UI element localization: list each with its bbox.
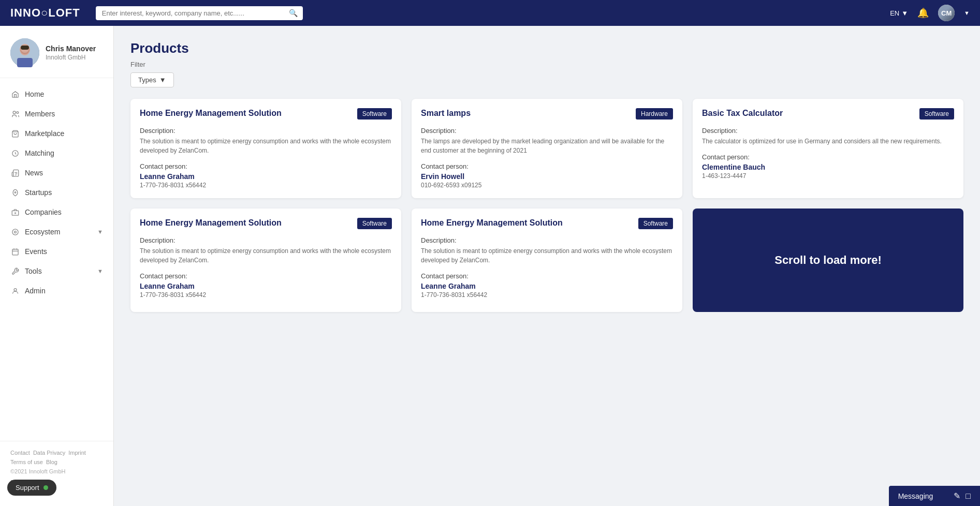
page-layout: Chris Manover Innoloft GmbH Home Members: [0, 0, 980, 506]
product-title: Home Energy Management Solution: [421, 218, 633, 229]
sidebar: Chris Manover Innoloft GmbH Home Members: [0, 26, 114, 506]
description-label: Description:: [421, 127, 673, 135]
language-selector[interactable]: EN ▼: [890, 9, 908, 17]
description-label: Description:: [421, 236, 673, 244]
footer-link-privacy[interactable]: Data Privacy: [33, 450, 65, 456]
messaging-label: Messaging: [898, 492, 933, 500]
admin-icon: [10, 286, 20, 295]
avatar: [10, 38, 39, 67]
messaging-bar[interactable]: Messaging ✎ □: [889, 486, 980, 506]
product-type-badge: Software: [357, 108, 392, 120]
scroll-load-more-card[interactable]: Scroll to load more!: [693, 209, 963, 312]
description-label: Description:: [140, 127, 392, 135]
ecosystem-icon: [10, 227, 20, 236]
sidebar-item-tools[interactable]: Tools ▼: [0, 261, 113, 281]
product-card: Home Energy Management Solution Software…: [412, 209, 682, 312]
svg-point-20: [14, 288, 17, 291]
product-card: Smart lamps Hardware Description: The la…: [412, 99, 682, 198]
footer-link-terms[interactable]: Terms of use: [10, 459, 43, 465]
svg-point-15: [14, 231, 16, 233]
contact-label: Contact person:: [140, 272, 392, 280]
sidebar-item-events[interactable]: Events: [0, 242, 113, 261]
startups-icon: [10, 188, 20, 197]
sidebar-item-startups[interactable]: Startups: [0, 183, 113, 202]
sidebar-item-label-admin: Admin: [25, 287, 46, 295]
sidebar-item-label-marketplace: Marketplace: [25, 129, 64, 138]
search-input[interactable]: [96, 6, 303, 20]
sidebar-item-label-startups: Startups: [25, 188, 52, 197]
sidebar-nav: Home Members Marketplace Matching: [0, 78, 113, 441]
expand-icon[interactable]: □: [966, 492, 971, 501]
sidebar-item-label-members: Members: [25, 110, 55, 118]
product-description: The solution is meant to optimize energy…: [421, 246, 673, 265]
svg-rect-5: [21, 46, 29, 50]
sidebar-item-label-ecosystem: Ecosystem: [25, 228, 60, 236]
edit-icon[interactable]: ✎: [954, 491, 960, 501]
user-avatar[interactable]: CM: [938, 5, 955, 21]
sidebar-item-admin[interactable]: Admin: [0, 281, 113, 301]
product-description: The solution is meant to optimize energy…: [140, 246, 392, 265]
sidebar-item-home[interactable]: Home: [0, 84, 113, 104]
sidebar-item-companies[interactable]: Companies: [0, 202, 113, 222]
contact-name: Leanne Graham: [140, 172, 392, 181]
product-title: Home Energy Management Solution: [140, 218, 352, 229]
sidebar-profile: Chris Manover Innoloft GmbH: [0, 26, 113, 78]
sidebar-item-news[interactable]: News: [0, 163, 113, 183]
support-label: Support: [16, 484, 39, 492]
product-type-badge: Hardware: [636, 108, 673, 120]
product-type-badge: Software: [919, 108, 954, 120]
svg-point-10: [14, 191, 16, 193]
contact-phone: 1-463-123-4447: [702, 172, 954, 180]
main-content: Products Filter Types ▼ Home Energy Mana…: [114, 26, 980, 506]
filter-label: Filter: [130, 61, 963, 68]
home-icon: [10, 90, 20, 99]
svg-point-14: [12, 229, 18, 234]
footer-link-blog[interactable]: Blog: [46, 459, 57, 465]
svg-rect-16: [12, 249, 18, 255]
sidebar-item-ecosystem[interactable]: Ecosystem ▼: [0, 222, 113, 242]
avatar-chevron[interactable]: ▼: [964, 10, 970, 16]
page-title: Products: [130, 40, 963, 56]
messaging-icons: ✎ □: [954, 491, 971, 501]
support-status-dot: [43, 485, 48, 490]
contact-phone: 1-770-736-8031 x56442: [140, 182, 392, 189]
matching-icon: [10, 148, 20, 158]
filter-types-label: Types: [138, 76, 156, 84]
notifications-bell[interactable]: 🔔: [917, 7, 929, 19]
products-grid: Home Energy Management Solution Software…: [130, 99, 963, 312]
copyright: ©2021 Innoloft GmbH: [10, 468, 103, 474]
product-title: Basic Tax Calculator: [702, 108, 914, 119]
avatar-initials: CM: [938, 5, 955, 21]
sidebar-item-marketplace[interactable]: Marketplace: [0, 124, 113, 143]
description-label: Description:: [702, 127, 954, 135]
chevron-down-icon: ▼: [97, 268, 103, 274]
sidebar-item-members[interactable]: Members: [0, 104, 113, 124]
filter-chevron-icon: ▼: [159, 76, 166, 84]
product-type-badge: Software: [638, 218, 673, 229]
contact-label: Contact person:: [140, 162, 392, 170]
news-icon: [10, 168, 20, 177]
product-description: The solution is meant to optimize energy…: [140, 137, 392, 155]
contact-name: Leanne Graham: [421, 282, 673, 290]
svg-rect-3: [17, 58, 33, 67]
contact-label: Contact person:: [421, 272, 673, 280]
contact-phone: 010-692-6593 x09125: [421, 182, 673, 189]
product-description: The lamps are developed by the market le…: [421, 137, 673, 155]
svg-point-7: [17, 111, 19, 113]
logo-bracket: ○: [41, 6, 48, 19]
footer-link-imprint[interactable]: Imprint: [68, 450, 86, 456]
sidebar-item-matching[interactable]: Matching: [0, 143, 113, 163]
contact-name: Leanne Graham: [140, 282, 392, 290]
support-button[interactable]: Support: [7, 480, 56, 496]
sidebar-item-label-news: News: [25, 169, 43, 177]
sidebar-item-label-events: Events: [25, 247, 47, 256]
product-card: Home Energy Management Solution Software…: [130, 99, 401, 198]
footer-links: Contact Data Privacy Imprint Terms of us…: [10, 450, 103, 465]
svg-point-6: [13, 111, 16, 113]
app-logo[interactable]: INNO○LOFT: [10, 6, 80, 20]
search-icon: 🔍: [289, 9, 298, 17]
footer-link-contact[interactable]: Contact: [10, 450, 30, 456]
description-label: Description:: [140, 236, 392, 244]
contact-label: Contact person:: [702, 153, 954, 161]
filter-types-button[interactable]: Types ▼: [130, 72, 174, 87]
